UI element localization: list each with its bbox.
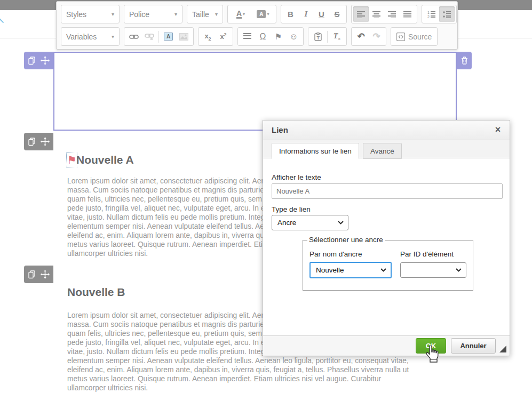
bullet-list-button[interactable] <box>439 6 455 22</box>
paste-as-text-button[interactable]: T <box>310 29 325 44</box>
variables-dropdown[interactable]: Variables ▾ <box>61 27 120 46</box>
link-type-select[interactable]: Ancre <box>272 215 348 230</box>
chevron-down-icon <box>338 221 344 224</box>
superscript-icon: x2 <box>220 32 226 41</box>
list-group: 12 <box>422 5 457 23</box>
alignment-group <box>351 5 417 23</box>
justify-button[interactable] <box>400 6 415 22</box>
unlink-button[interactable] <box>141 29 157 44</box>
align-left-icon <box>357 11 366 18</box>
element-id-label: Par ID d'élément <box>400 250 454 258</box>
styles-dropdown-label: Styles <box>66 10 86 19</box>
anchor-flag-button[interactable]: ⚑ <box>271 29 286 44</box>
chevron-down-icon: ▾ <box>112 11 114 17</box>
smiley-button[interactable]: ☺ <box>286 29 301 44</box>
editor-screen: Styles ▾ Police ▾ Taille ▾ A ▾ A ▾ <box>0 0 532 393</box>
link-dialog: Lien × Informations sur le lien Avancé A… <box>263 120 510 356</box>
styles-dropdown[interactable]: Styles ▾ <box>61 5 120 23</box>
anchor-name-value: Nouvelle <box>316 266 344 274</box>
dialog-resize-handle[interactable] <box>499 346 506 352</box>
numbered-list-button[interactable]: 12 <box>424 6 439 22</box>
align-left-button[interactable] <box>353 6 369 22</box>
toolbar-row-2: Variables ▾ A x2 <box>61 27 438 46</box>
svg-text:1: 1 <box>427 11 430 14</box>
link-button[interactable] <box>126 29 141 44</box>
editor-toolbar: Styles ▾ Police ▾ Taille ▾ A ▾ A ▾ <box>56 1 458 50</box>
move-icon <box>41 56 50 65</box>
left-edge-artifact <box>0 19 4 23</box>
chevron-down-icon: ▾ <box>174 11 177 17</box>
background-color-icon: A <box>257 10 266 18</box>
dialog-tabstrip: Informations sur le lien Avancé <box>263 140 510 158</box>
toolbar-row-1: Styles ▾ Police ▾ Taille ▾ A ▾ A ▾ <box>61 5 457 23</box>
font-dropdown[interactable]: Police ▾ <box>124 5 182 23</box>
toolbar-separator <box>327 31 328 43</box>
dialog-title: Lien <box>272 125 288 134</box>
source-icon <box>396 33 405 41</box>
text-field-button[interactable]: A <box>161 29 176 44</box>
numbered-list-icon: 12 <box>427 11 436 18</box>
tab-link-info[interactable]: Informations sur le lien <box>272 143 359 159</box>
anchor-name-label: Par nom d'ancre <box>309 250 362 258</box>
dialog-header[interactable]: Lien × <box>263 121 510 140</box>
element-id-select[interactable] <box>400 262 466 278</box>
variables-dropdown-label: Variables <box>66 33 97 41</box>
align-center-button[interactable] <box>369 6 384 22</box>
selected-content-block[interactable] <box>53 52 457 131</box>
basic-styles-group: B I U S <box>281 5 347 23</box>
justify-icon <box>403 11 412 18</box>
copy-icon <box>28 57 36 65</box>
chevron-down-icon <box>380 268 386 272</box>
align-right-button[interactable] <box>384 6 400 22</box>
image-icon <box>179 33 188 41</box>
strikethrough-button[interactable]: S <box>329 6 345 22</box>
delete-block-button[interactable] <box>457 52 472 69</box>
source-button[interactable]: Source <box>391 27 438 46</box>
align-center-icon <box>372 11 381 18</box>
trash-icon <box>461 57 468 65</box>
anchor-fieldset: Sélectionner une ancre Par nom d'ancre N… <box>303 240 473 291</box>
tab-advanced[interactable]: Avancé <box>363 143 402 159</box>
underline-button[interactable]: U <box>314 6 329 22</box>
redo-button[interactable]: ↷ <box>369 29 384 44</box>
dialog-footer: OK Annuler <box>263 335 510 356</box>
text-field-icon: A <box>164 33 173 41</box>
bullet-list-icon <box>443 11 451 18</box>
paste-text-icon: T <box>314 33 322 41</box>
link-group: A <box>124 27 194 46</box>
horizontal-rule-button[interactable] <box>240 29 255 44</box>
svg-text:2: 2 <box>427 15 430 18</box>
block-handle-intro[interactable] <box>24 52 53 69</box>
link-type-value: Ancre <box>277 219 296 227</box>
display-text-input[interactable] <box>272 183 503 199</box>
copy-icon <box>28 138 36 146</box>
block-handle-section-a[interactable] <box>24 133 53 150</box>
chevron-down-icon: ▾ <box>215 11 218 17</box>
cancel-button[interactable]: Annuler <box>451 338 496 354</box>
superscript-button[interactable]: x2 <box>216 29 231 44</box>
link-icon <box>129 34 139 40</box>
section-b-heading: Nouvelle B <box>67 286 125 299</box>
bold-button[interactable]: B <box>283 6 298 22</box>
paste-format-group: T T× <box>308 27 347 46</box>
mouse-cursor-pointer <box>425 346 439 365</box>
italic-button[interactable]: I <box>298 6 314 22</box>
block-handle-section-b[interactable] <box>24 266 53 283</box>
background-color-button[interactable]: A ▾ <box>252 6 274 22</box>
undo-button[interactable]: ↶ <box>353 29 369 44</box>
anchor-name-select[interactable]: Nouvelle <box>309 262 392 278</box>
special-char-button[interactable]: Ω <box>255 29 271 44</box>
remove-format-button[interactable]: T× <box>329 29 345 44</box>
align-right-icon <box>388 11 396 18</box>
image-button[interactable] <box>176 29 192 44</box>
anchor-fieldset-legend: Sélectionner une ancre <box>307 236 385 244</box>
font-size-dropdown[interactable]: Taille ▾ <box>187 5 223 23</box>
text-color-button[interactable]: A ▾ <box>229 6 252 22</box>
anchor-marker[interactable]: ⚑ <box>66 153 77 167</box>
close-icon[interactable]: × <box>493 124 503 135</box>
section-a-heading: Nouvelle A <box>76 154 134 166</box>
move-icon <box>41 270 50 279</box>
subscript-button[interactable]: x2 <box>200 29 216 44</box>
color-button-group: A ▾ A ▾ <box>227 5 276 23</box>
chevron-down-icon: ▾ <box>267 12 269 17</box>
